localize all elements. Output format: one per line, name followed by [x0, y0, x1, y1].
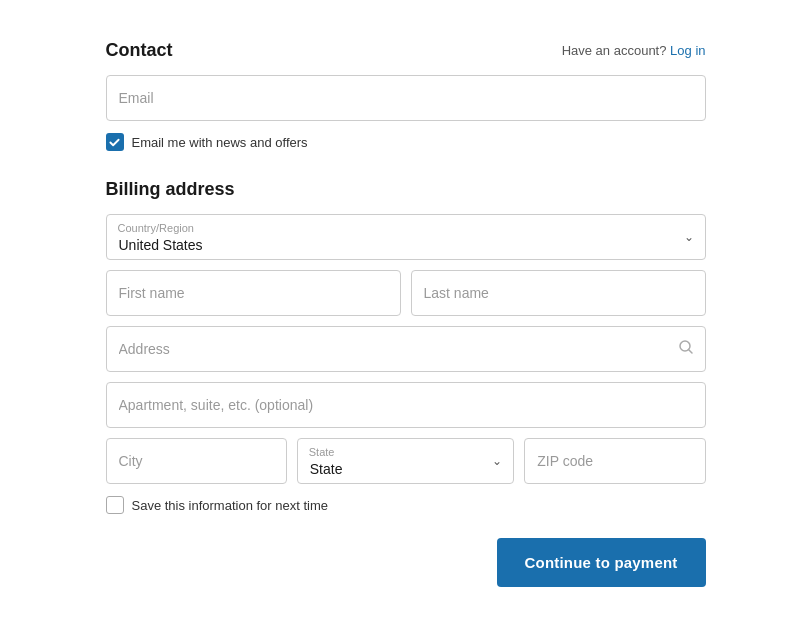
address-input[interactable]	[106, 326, 706, 372]
billing-section: Billing address Country/Region United St…	[106, 179, 706, 587]
save-info-checkbox[interactable]	[106, 496, 124, 514]
billing-title: Billing address	[106, 179, 706, 200]
city-input[interactable]	[106, 438, 287, 484]
email-input[interactable]	[106, 75, 706, 121]
continue-to-payment-button[interactable]: Continue to payment	[497, 538, 706, 587]
contact-section: Contact Have an account? Log in Email me…	[106, 40, 706, 151]
address-field	[106, 326, 706, 372]
zip-field	[524, 438, 705, 484]
zip-input[interactable]	[524, 438, 705, 484]
apartment-input[interactable]	[106, 382, 706, 428]
apartment-field	[106, 382, 706, 428]
country-select[interactable]: United States Canada United Kingdom	[106, 214, 706, 260]
first-name-field	[106, 270, 401, 316]
save-info-label: Save this information for next time	[132, 498, 329, 513]
main-container: Contact Have an account? Log in Email me…	[106, 20, 706, 607]
state-select[interactable]: State California New York Texas	[297, 438, 515, 484]
contact-header: Contact Have an account? Log in	[106, 40, 706, 61]
login-link[interactable]: Log in	[670, 43, 705, 58]
name-row	[106, 270, 706, 316]
newsletter-label: Email me with news and offers	[132, 135, 308, 150]
save-info-row: Save this information for next time	[106, 496, 706, 514]
contact-title: Contact	[106, 40, 173, 61]
continue-button-row: Continue to payment	[106, 538, 706, 587]
state-field: State State California New York Texas ⌄	[297, 438, 515, 484]
have-account-text: Have an account? Log in	[562, 43, 706, 58]
city-field	[106, 438, 287, 484]
newsletter-row: Email me with news and offers	[106, 133, 706, 151]
newsletter-checkbox[interactable]	[106, 133, 124, 151]
city-state-zip-row: State State California New York Texas ⌄	[106, 438, 706, 484]
country-field: Country/Region United States Canada Unit…	[106, 214, 706, 260]
email-field-group	[106, 75, 706, 121]
first-name-input[interactable]	[106, 270, 401, 316]
last-name-field	[411, 270, 706, 316]
last-name-input[interactable]	[411, 270, 706, 316]
